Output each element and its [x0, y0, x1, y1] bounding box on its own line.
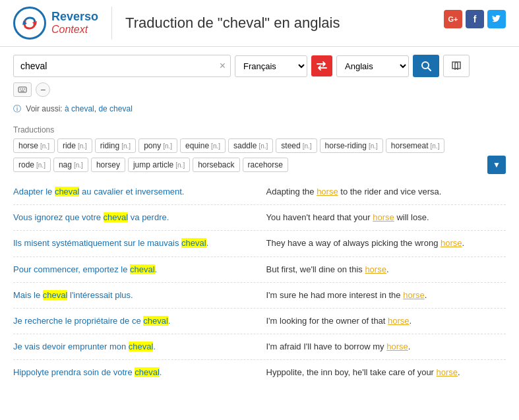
- logo-context: Context: [51, 24, 98, 36]
- highlight-word: cheval: [135, 367, 160, 377]
- keyboard-area: −: [0, 82, 519, 101]
- table-row: Ils misent systématiquement sur le mauva…: [13, 231, 506, 256]
- tag-horsey[interactable]: horsey: [91, 158, 125, 172]
- table-row: Pour commencer, emportez le cheval. But …: [13, 257, 506, 283]
- result-french: Pour commencer, emportez le cheval.: [13, 264, 253, 276]
- result-fr-link[interactable]: Adapter le cheval au cavalier et inverse…: [13, 187, 184, 196]
- voir-aussi-label: Voir aussi:: [26, 104, 65, 113]
- result-french: Adapter le cheval au cavalier et inverse…: [13, 186, 253, 198]
- logo-text: Reverso Context: [51, 11, 98, 35]
- result-french: Je recherche le propriétaire de ce cheva…: [13, 315, 253, 327]
- highlight-word: cheval: [55, 187, 80, 196]
- result-fr-link[interactable]: Hippolyte prendra soin de votre cheval.: [13, 367, 162, 377]
- table-row: Adapter le cheval au cavalier et inverse…: [13, 179, 506, 205]
- result-english: I'm looking for the owner of that horse.: [266, 315, 506, 327]
- highlight-word: cheval: [130, 264, 155, 274]
- swap-languages-button[interactable]: [311, 55, 332, 76]
- table-row: Je recherche le propriétaire de ce cheva…: [13, 309, 506, 334]
- source-language-select[interactable]: Français: [235, 55, 307, 77]
- table-row: Je vais devoir emprunter mon cheval. I'm…: [13, 334, 506, 360]
- result-fr-link[interactable]: Vous ignorez que votre cheval va perdre.: [13, 212, 169, 222]
- dictionary-button[interactable]: [443, 55, 470, 77]
- result-french: Hippolyte prendra soin de votre cheval.: [13, 367, 253, 378]
- tag-nag[interactable]: nag [n.]: [53, 158, 88, 172]
- result-fr-link[interactable]: Mais le cheval l'intéressait plus.: [13, 290, 133, 300]
- result-fr-link[interactable]: Ils misent systématiquement sur le mauva…: [13, 238, 208, 248]
- result-english: Adapting the horse to the rider and vice…: [266, 186, 506, 198]
- tags-dropdown-button[interactable]: ▼: [487, 156, 506, 174]
- facebook-icon[interactable]: f: [466, 10, 484, 28]
- traductions-label: Traductions: [13, 125, 506, 135]
- tags-row-2: rode [n.] nag [n.] horsey jump article […: [13, 156, 506, 174]
- highlight-word: cheval: [181, 238, 206, 248]
- result-english: You haven't heard that your horse will l…: [266, 212, 506, 224]
- logo-icon: [13, 7, 46, 40]
- result-english: I'm sure he had more interest in the hor…: [266, 289, 506, 301]
- voir-aussi-link-1[interactable]: à cheval: [65, 104, 94, 113]
- header: Reverso Context Traduction de "cheval" e…: [0, 0, 519, 47]
- tag-saddle[interactable]: saddle [n.]: [228, 138, 273, 153]
- tags-row-1: horse [n.] ride [n.] riding [n.] pony [n…: [13, 138, 506, 153]
- highlight-word-en: horse: [403, 290, 425, 300]
- tag-pony[interactable]: pony [n.]: [138, 138, 177, 153]
- highlight-word: cheval: [129, 342, 154, 351]
- result-english: I'm afraid I'll have to borrow my horse.: [266, 341, 506, 353]
- highlight-word-en: horse: [386, 342, 408, 351]
- voir-aussi-link-2[interactable]: de cheval: [98, 104, 132, 113]
- highlight-word-en: horse: [437, 367, 458, 377]
- tag-racehorse[interactable]: racehorse: [243, 158, 288, 172]
- tag-rode[interactable]: rode [n.]: [13, 158, 51, 172]
- table-row: Mais le cheval l'intéressait plus. I'm s…: [13, 283, 506, 309]
- voir-aussi: ⓘ Voir aussi: à cheval, de cheval: [0, 101, 519, 120]
- social-icons: G+ f: [444, 10, 506, 28]
- result-french: Mais le cheval l'intéressait plus.: [13, 289, 253, 301]
- result-fr-link[interactable]: Je vais devoir emprunter mon cheval.: [13, 342, 156, 351]
- tag-horse[interactable]: horse [n.]: [13, 138, 55, 153]
- results: Adapter le cheval au cavalier et inverse…: [0, 179, 519, 386]
- search-input-wrap: ×: [13, 55, 231, 77]
- keyboard-button[interactable]: [13, 82, 32, 97]
- result-french: Vous ignorez que votre cheval va perdre.: [13, 212, 253, 224]
- search-button[interactable]: [413, 55, 439, 77]
- result-french: Ils misent systématiquement sur le mauva…: [13, 237, 253, 249]
- twitter-icon[interactable]: [487, 10, 506, 28]
- highlight-word: cheval: [43, 290, 68, 300]
- highlight-word: cheval: [104, 212, 129, 222]
- tag-equine[interactable]: equine [n.]: [180, 138, 226, 153]
- info-icon: ⓘ: [13, 104, 21, 113]
- result-fr-link[interactable]: Je recherche le propriétaire de ce cheva…: [13, 316, 170, 326]
- page-title: Traduction de "cheval" en anglais: [125, 15, 340, 32]
- search-input[interactable]: [13, 55, 231, 77]
- target-language-select[interactable]: Anglais: [336, 55, 409, 77]
- svg-rect-4: [18, 87, 26, 92]
- tag-jump-article[interactable]: jump article [n.]: [128, 158, 190, 172]
- highlight-word-en: horse: [441, 238, 462, 248]
- highlight-word-en: horse: [388, 316, 410, 326]
- table-row: Vous ignorez que votre cheval va perdre.…: [13, 205, 506, 231]
- tag-horseback[interactable]: horseback: [193, 158, 239, 172]
- table-row: Hippolyte prendra soin de votre cheval. …: [13, 360, 506, 385]
- tag-horsemeat[interactable]: horsemeat [n.]: [386, 138, 445, 153]
- traductions-section: Traductions horse [n.] ride [n.] riding …: [0, 120, 519, 179]
- logo-area: Reverso Context: [13, 7, 112, 40]
- tag-steed[interactable]: steed [n.]: [276, 138, 317, 153]
- clear-button[interactable]: ×: [220, 60, 226, 72]
- google-plus-icon[interactable]: G+: [444, 10, 462, 28]
- highlight-word-en: horse: [365, 264, 386, 274]
- minus-button[interactable]: −: [36, 82, 50, 97]
- result-english: But first, we'll dine on this horse.: [266, 264, 506, 276]
- logo-reverso: Reverso: [51, 11, 98, 24]
- svg-line-3: [428, 68, 431, 71]
- highlight-word-en: horse: [317, 187, 338, 196]
- search-area: × Français Anglais: [0, 47, 519, 82]
- result-fr-link[interactable]: Pour commencer, emportez le cheval.: [13, 264, 157, 274]
- highlight-word-en: horse: [373, 212, 394, 222]
- result-english: Hyppolite, the inn boy, he'll take care …: [266, 367, 506, 378]
- highlight-word: cheval: [143, 316, 168, 326]
- tag-riding[interactable]: riding [n.]: [95, 138, 136, 153]
- tag-horse-riding[interactable]: horse-riding [n.]: [320, 138, 383, 153]
- result-english: They have a way of always picking the wr…: [266, 237, 506, 249]
- tag-ride[interactable]: ride [n.]: [57, 138, 92, 153]
- result-french: Je vais devoir emprunter mon cheval.: [13, 341, 253, 353]
